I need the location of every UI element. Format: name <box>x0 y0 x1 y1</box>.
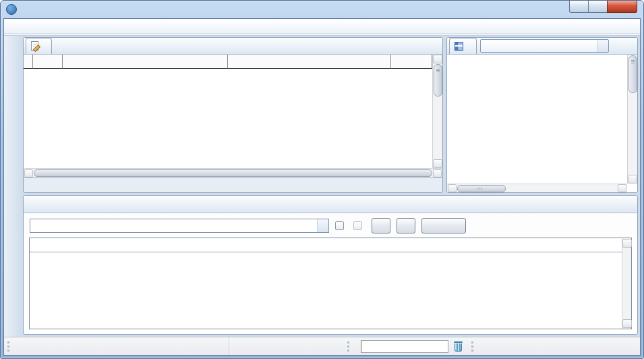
scroll-right-icon[interactable] <box>618 184 626 192</box>
menu-bar <box>4 19 640 34</box>
wordfast-app-icon <box>6 4 17 15</box>
tm-results-table <box>29 238 632 329</box>
chevron-down-icon[interactable] <box>597 40 608 52</box>
status-bar <box>4 337 640 355</box>
window-controls <box>570 1 637 13</box>
outline-tab-bar <box>447 38 637 55</box>
editor-horizontal-scrollbar[interactable] <box>24 168 442 177</box>
editor-view-tabs <box>24 177 442 192</box>
minimize-pane-icon[interactable] <box>612 200 622 209</box>
editor-tab[interactable] <box>26 38 52 54</box>
outline-pane-buttons <box>612 42 635 51</box>
column-header-source[interactable] <box>63 55 228 69</box>
memory-gauge-fill <box>361 341 362 352</box>
scroll-left-icon[interactable] <box>24 169 33 177</box>
outline-tab[interactable] <box>449 38 477 54</box>
outline-pane <box>446 37 638 193</box>
scroll-down-icon[interactable] <box>433 159 442 168</box>
outline-hscroll-thumb[interactable] <box>457 185 506 192</box>
drag-grip-icon <box>347 341 351 352</box>
clear-button[interactable] <box>421 218 466 233</box>
editor-hscroll-thumb[interactable] <box>34 169 432 177</box>
maximize-pane-icon[interactable] <box>430 42 440 51</box>
chevron-down-icon[interactable] <box>317 219 328 232</box>
panes-row <box>22 36 640 195</box>
column-header-score[interactable] <box>391 55 432 69</box>
editor-pane <box>23 37 443 193</box>
scroll-down-icon[interactable] <box>628 175 637 184</box>
segment-grid <box>24 55 442 168</box>
scroll-down-icon[interactable] <box>622 319 632 328</box>
title-bar[interactable] <box>3 1 641 18</box>
editor-vertical-scrollbar[interactable] <box>432 55 442 168</box>
bottom-panel-tab-bar <box>24 196 637 213</box>
outline-horizontal-scrollbar[interactable] <box>447 184 627 192</box>
editor-tab-bar <box>24 38 442 55</box>
tm-results-header-row <box>30 238 622 252</box>
find-in-source-button[interactable] <box>372 218 390 233</box>
perspective-toolbar <box>4 36 22 337</box>
bottom-panel-buttons <box>612 200 635 209</box>
outline-vertical-scrollbar[interactable] <box>627 55 637 184</box>
bottom-panel <box>23 195 638 335</box>
maximize-pane-icon[interactable] <box>625 42 635 51</box>
drag-grip-icon <box>471 341 475 352</box>
outline-body <box>447 55 637 192</box>
find-in-target-button[interactable] <box>397 218 415 233</box>
drag-grip-icon <box>7 341 11 352</box>
column-header-flag[interactable] <box>24 55 33 69</box>
minimize-button[interactable] <box>569 1 589 13</box>
tm-lookup-search-row <box>24 213 637 238</box>
minimize-pane-icon[interactable] <box>612 42 622 51</box>
editor-pane-buttons <box>417 42 440 51</box>
scroll-left-icon[interactable] <box>448 184 457 192</box>
outline-list <box>447 55 627 184</box>
main-area <box>4 36 640 337</box>
outline-filter-dropdown[interactable] <box>480 39 609 53</box>
diff-highlight-checkbox[interactable] <box>353 221 362 230</box>
maximize-button[interactable] <box>588 1 608 13</box>
column-header-id[interactable] <box>33 55 63 69</box>
outline-vscroll-thumb[interactable] <box>628 55 637 93</box>
case-sensitive-checkbox[interactable] <box>335 221 344 230</box>
minimize-pane-icon[interactable] <box>417 42 428 51</box>
scroll-up-icon[interactable] <box>622 239 632 248</box>
trash-icon <box>455 343 462 352</box>
scroll-right-icon[interactable] <box>433 169 442 177</box>
search-input[interactable] <box>30 219 329 233</box>
memory-gauge <box>361 340 448 353</box>
workspace <box>22 36 640 337</box>
tm-results-scrollbar[interactable] <box>622 238 631 329</box>
column-header-target[interactable] <box>228 55 391 69</box>
grid-header-row <box>24 55 432 69</box>
outline-icon <box>455 42 463 51</box>
app-window <box>0 0 644 359</box>
garbage-collect-button[interactable] <box>455 341 462 352</box>
txml-doc-icon <box>31 41 38 51</box>
editor-vscroll-thumb[interactable] <box>434 64 442 96</box>
maximize-pane-icon[interactable] <box>624 200 635 209</box>
scroll-up-icon[interactable] <box>433 55 442 63</box>
app-body <box>3 18 641 356</box>
close-button[interactable] <box>607 1 637 13</box>
